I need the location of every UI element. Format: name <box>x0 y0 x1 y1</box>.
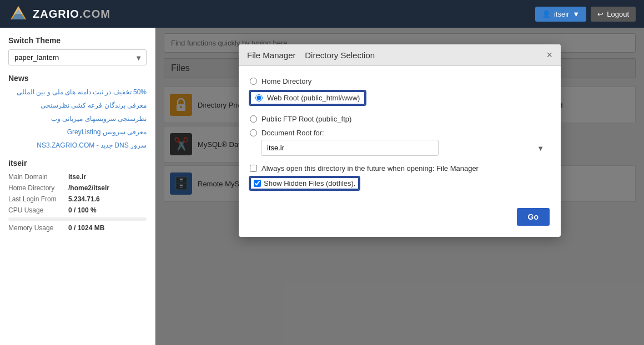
last-login-value: 5.234.71.6 <box>68 195 100 203</box>
logo: ZAGRIO.COM <box>8 4 110 24</box>
home-dir-label: Home Directory <box>8 184 64 192</box>
logo-text: ZAGRIO.COM <box>33 8 110 21</box>
radio-ftp-root-label: Public FTP Root (public_ftp) <box>261 115 351 123</box>
news-link[interactable]: نظرسنجی سرویسهای میزبانی وب <box>8 114 147 124</box>
modal-dialog: File Manager Directory Selection × Home … <box>239 44 561 237</box>
user-menu-button[interactable]: 👤 itseir ▼ <box>535 7 586 22</box>
modal-title: File Manager Directory Selection <box>247 50 375 60</box>
memory-usage-row: Memory Usage 0 / 1024 MB <box>8 224 147 232</box>
radio-ftp-root-input[interactable] <box>250 115 257 123</box>
always-open-checkbox[interactable] <box>250 165 257 172</box>
user-section: itseir Main Domain itse.ir Home Director… <box>8 159 147 232</box>
radio-webroot-label: Web Root (public_html/www) <box>267 94 360 102</box>
main-domain-row: Main Domain itse.ir <box>8 173 147 181</box>
news-link[interactable]: معرفی برندگان قرعه کشی نظرسنجی <box>8 100 147 110</box>
memory-usage-value: 0 / 1024 MB <box>68 224 104 232</box>
home-dir-value: /home2/itseir <box>68 184 109 192</box>
layout: Switch Theme paper_lantern x3 default ▼ … <box>0 28 644 345</box>
radio-home-dir-label: Home Directory <box>261 77 311 85</box>
news-link[interactable]: معرفی سرویس GreyListing <box>8 127 147 137</box>
radio-home-dir-input[interactable] <box>250 78 257 85</box>
last-login-label: Last Login From <box>8 195 64 203</box>
header-right: 👤 itseir ▼ ↩ Logout <box>535 7 636 22</box>
news-section: News 50% تخفیف در ثبت دامنه های ملی و بی… <box>8 74 147 150</box>
modal-close-button[interactable]: × <box>546 50 552 60</box>
main-domain-label: Main Domain <box>8 173 64 181</box>
radio-home-dir[interactable]: Home Directory <box>250 77 550 85</box>
home-dir-row: Home Directory /home2/itseir <box>8 184 147 192</box>
theme-select[interactable]: paper_lantern x3 default <box>8 49 147 65</box>
show-hidden-highlighted: Show Hidden Files (dotfiles). <box>250 177 359 190</box>
modal-footer: Go <box>239 202 561 237</box>
always-open-row: Always open this directory in the future… <box>250 164 550 172</box>
switch-theme-label: Switch Theme <box>8 36 147 45</box>
radio-webroot[interactable]: Web Root (public_html/www) <box>250 91 365 105</box>
main-content: Files Directory Privacy 🚚 FTP Accounts ⚙… <box>155 28 644 345</box>
domain-select-wrap: itse.ir ▼ <box>261 140 550 156</box>
modal-header: File Manager Directory Selection × <box>239 44 561 66</box>
radio-webroot-input[interactable] <box>255 94 263 102</box>
last-login-row: Last Login From 5.234.71.6 <box>8 195 147 203</box>
user-icon: 👤 <box>542 10 551 18</box>
always-open-label: Always open this directory in the future… <box>261 164 479 172</box>
cpu-usage-value: 0 / 100 % <box>68 206 97 214</box>
chevron-down-icon: ▼ <box>537 144 544 152</box>
logo-icon <box>8 4 28 24</box>
radio-doc-root-label: Document Root for: <box>261 129 324 137</box>
go-button[interactable]: Go <box>517 208 550 226</box>
main-domain-value: itse.ir <box>68 173 86 181</box>
news-link[interactable]: سرور DNS جدید - NS3.ZAGRIO.COM <box>8 140 147 150</box>
show-hidden-row: Show Hidden Files (dotfiles). <box>250 177 550 190</box>
theme-select-wrap: paper_lantern x3 default ▼ <box>8 49 147 65</box>
radio-group: Home Directory Web Root (public_html/www… <box>250 77 550 137</box>
sidebar: Switch Theme paper_lantern x3 default ▼ … <box>0 28 155 345</box>
cpu-usage-row: CPU Usage 0 / 100 % <box>8 206 147 214</box>
radio-ftp-root[interactable]: Public FTP Root (public_ftp) <box>250 115 550 123</box>
user-section-title: itseir <box>8 159 147 168</box>
modal-overlay: File Manager Directory Selection × Home … <box>155 28 644 345</box>
news-link[interactable]: 50% تخفیف در ثبت دامنه های ملی و بین الم… <box>8 87 147 97</box>
radio-doc-root-input[interactable] <box>250 129 257 136</box>
header: ZAGRIO.COM 👤 itseir ▼ ↩ Logout <box>0 0 644 28</box>
domain-select[interactable]: itse.ir <box>261 140 439 156</box>
show-hidden-checkbox[interactable] <box>254 180 261 187</box>
news-title: News <box>8 74 147 83</box>
logout-icon: ↩ <box>597 10 603 18</box>
memory-usage-label: Memory Usage <box>8 224 64 232</box>
dropdown-arrow-icon: ▼ <box>572 10 580 18</box>
cpu-progress-bar-wrap <box>8 217 147 221</box>
show-hidden-label: Show Hidden Files (dotfiles). <box>264 179 355 187</box>
cpu-usage-label: CPU Usage <box>8 206 64 214</box>
modal-body: Home Directory Web Root (public_html/www… <box>239 66 561 202</box>
radio-doc-root[interactable]: Document Root for: <box>250 129 550 137</box>
logout-button[interactable]: ↩ Logout <box>591 7 636 22</box>
